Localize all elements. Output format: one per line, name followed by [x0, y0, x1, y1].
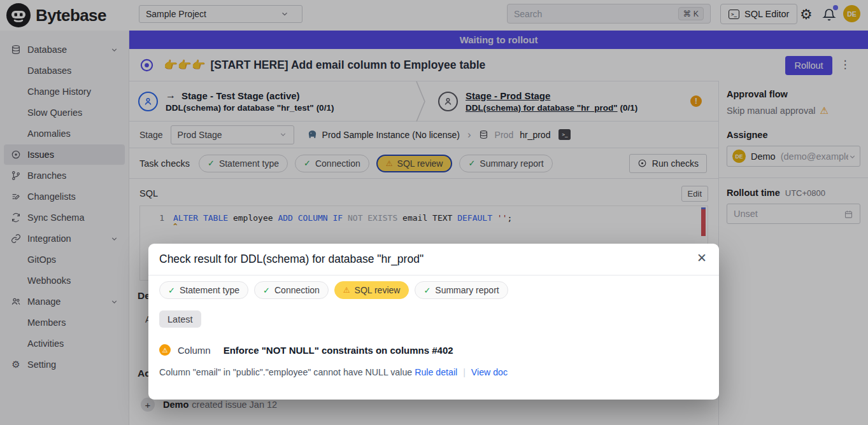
warning-circle-icon: ⚠: [159, 344, 171, 356]
check-icon: ✓: [423, 286, 430, 295]
check-pill-summary-report[interactable]: ✓Summary report: [415, 281, 508, 299]
check-pill-statement-type[interactable]: ✓Statement type: [159, 281, 248, 299]
check-pill-connection[interactable]: ✓Connection: [254, 281, 329, 299]
finding-category: Column: [178, 345, 211, 356]
check-icon: ✓: [168, 286, 175, 295]
latest-badge[interactable]: Latest: [159, 310, 201, 328]
rule-detail-link[interactable]: Rule detail: [415, 367, 457, 377]
view-doc-link[interactable]: View doc: [471, 367, 508, 377]
bytebase-app: Bytebase Sample Project Search ⌘ K >_ SQ…: [0, 0, 868, 425]
finding-row: ⚠ Column Enforce "NOT NULL" constraints …: [159, 344, 453, 356]
check-pill-sql-review[interactable]: ⚠SQL review: [334, 281, 409, 299]
modal-check-pills: ✓Statement type ✓Connection ⚠SQL review …: [159, 281, 508, 299]
modal-title: Check result for DDL(schema) for databas…: [159, 253, 423, 266]
check-icon: ✓: [263, 286, 270, 295]
link-separator: |: [463, 367, 466, 377]
finding-detail: Column "email" in "public"."employee" ca…: [159, 367, 508, 377]
check-result-modal: Check result for DDL(schema) for databas…: [148, 244, 719, 400]
close-icon[interactable]: ✕: [697, 251, 707, 265]
finding-rule: Enforce "NOT NULL" constraints on column…: [224, 345, 453, 356]
warning-icon: ⚠: [343, 286, 350, 295]
modal-divider: [148, 275, 719, 275]
